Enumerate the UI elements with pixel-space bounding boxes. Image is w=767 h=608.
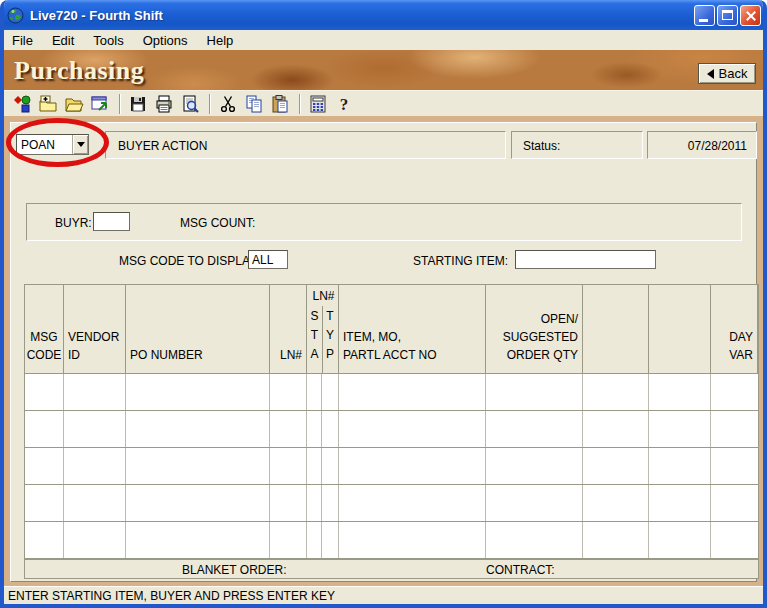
calculator-button[interactable] [306, 93, 330, 115]
table-cell[interactable] [649, 522, 711, 558]
table-row[interactable] [25, 411, 758, 448]
table-cell[interactable] [339, 522, 486, 558]
table-cell[interactable] [711, 374, 758, 410]
table-cell[interactable] [339, 448, 486, 484]
close-button[interactable] [740, 5, 761, 26]
table-cell[interactable] [711, 485, 758, 521]
goto-button[interactable] [88, 93, 112, 115]
table-cell[interactable] [486, 374, 583, 410]
table-row[interactable] [25, 522, 758, 559]
cut-button[interactable] [216, 93, 240, 115]
table-cell[interactable] [126, 522, 270, 558]
table-cell[interactable] [339, 485, 486, 521]
table-cell[interactable] [322, 485, 339, 521]
date-value: 07/28/2011 [688, 139, 747, 153]
table-cell[interactable] [25, 411, 64, 447]
menu-edit[interactable]: Edit [52, 33, 74, 48]
menu-file[interactable]: File [12, 33, 33, 48]
table-cell[interactable] [322, 448, 339, 484]
status-bar-message: ENTER STARTING ITEM, BUYER AND PRESS ENT… [8, 589, 335, 603]
table-cell[interactable] [583, 485, 649, 521]
table-cell[interactable] [307, 374, 322, 410]
table-cell[interactable] [486, 485, 583, 521]
menu-tools[interactable]: Tools [93, 33, 123, 48]
copy-button[interactable] [242, 93, 266, 115]
table-cell[interactable] [649, 485, 711, 521]
table-cell[interactable] [649, 448, 711, 484]
table-cell[interactable] [126, 374, 270, 410]
calculator-icon [308, 94, 328, 114]
table-cell[interactable] [486, 522, 583, 558]
table-cell[interactable] [322, 374, 339, 410]
table-cell[interactable] [649, 374, 711, 410]
starting-item-input[interactable] [515, 250, 656, 269]
table-cell[interactable] [486, 411, 583, 447]
toolbar: ? [4, 90, 763, 116]
table-cell[interactable] [307, 485, 322, 521]
back-button[interactable]: Back [698, 63, 756, 84]
paste-button[interactable] [268, 93, 292, 115]
menu-options[interactable]: Options [143, 33, 188, 48]
minimize-button[interactable] [694, 5, 715, 26]
print-icon [154, 94, 174, 114]
buyr-input[interactable] [93, 212, 130, 231]
minimize-icon [699, 19, 708, 22]
menu-help[interactable]: Help [207, 33, 234, 48]
window-title: Live720 - Fourth Shift [30, 8, 692, 23]
table-cell[interactable] [25, 522, 64, 558]
table-row[interactable] [25, 485, 758, 522]
table-cell[interactable] [270, 374, 307, 410]
col-header-po-number: PO NUMBER [126, 285, 270, 373]
new-button[interactable] [36, 93, 60, 115]
table-cell[interactable] [25, 448, 64, 484]
help-button[interactable]: ? [332, 93, 356, 115]
table-cell[interactable] [126, 448, 270, 484]
table-cell[interactable] [583, 411, 649, 447]
maximize-button[interactable] [717, 5, 738, 26]
table-cell[interactable] [711, 411, 758, 447]
table-cell[interactable] [270, 522, 307, 558]
table-cell[interactable] [339, 411, 486, 447]
table-cell[interactable] [486, 448, 583, 484]
table-cell[interactable] [339, 374, 486, 410]
table-cell[interactable] [583, 374, 649, 410]
table-cell[interactable] [583, 448, 649, 484]
table-cell[interactable] [64, 522, 126, 558]
module-banner: Purchasing Back [4, 50, 763, 90]
table-row[interactable] [25, 374, 758, 411]
table-cell[interactable] [64, 374, 126, 410]
table-cell[interactable] [25, 374, 64, 410]
table-cell[interactable] [583, 522, 649, 558]
col-header-blank-2 [649, 285, 711, 373]
table-cell[interactable] [307, 411, 322, 447]
table-cell[interactable] [64, 448, 126, 484]
table-cell[interactable] [322, 411, 339, 447]
table-cell[interactable] [270, 411, 307, 447]
print-preview-button[interactable] [178, 93, 202, 115]
table-cell[interactable] [126, 411, 270, 447]
navigator-button[interactable] [10, 93, 34, 115]
toolbar-separator [119, 94, 121, 114]
table-cell[interactable] [126, 485, 270, 521]
date-panel: 07/28/2011 [647, 131, 757, 159]
table-cell[interactable] [307, 448, 322, 484]
table-header-row: MSG CODE VENDOR ID PO NUMBER LN# S T A T… [25, 285, 758, 374]
module-title: Purchasing [14, 56, 144, 86]
table-cell[interactable] [711, 448, 758, 484]
save-button[interactable] [126, 93, 150, 115]
table-cell[interactable] [322, 522, 339, 558]
table-cell[interactable] [25, 485, 64, 521]
open-folder-icon [64, 94, 84, 114]
table-cell[interactable] [64, 485, 126, 521]
open-button[interactable] [62, 93, 86, 115]
msg-code-to-display-input[interactable] [248, 250, 288, 269]
table-cell[interactable] [649, 411, 711, 447]
table-cell[interactable] [270, 485, 307, 521]
table-cell[interactable] [307, 522, 322, 558]
table-row[interactable] [25, 448, 758, 485]
table-cell[interactable] [64, 411, 126, 447]
print-button[interactable] [152, 93, 176, 115]
table-cell[interactable] [270, 448, 307, 484]
cut-icon [218, 94, 238, 114]
table-cell[interactable] [711, 522, 758, 558]
